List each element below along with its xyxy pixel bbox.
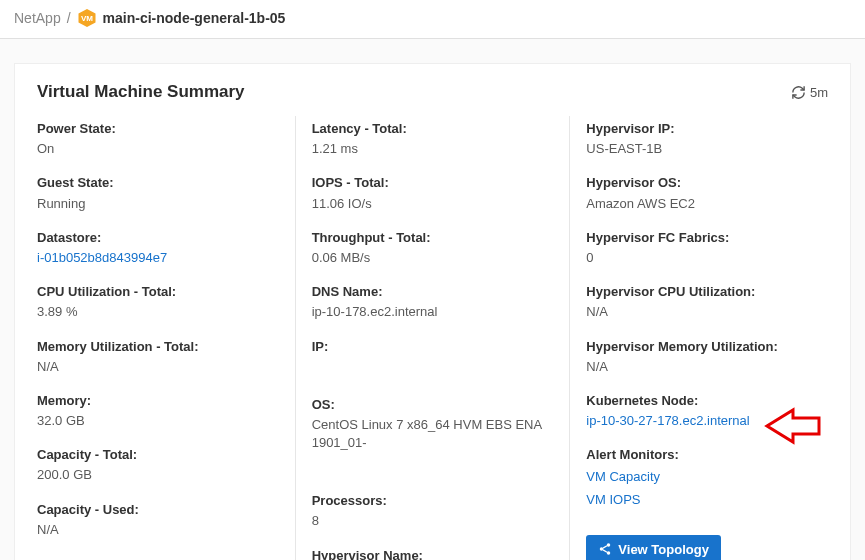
- col2-field: Hypervisor Name:us-east-1b: [312, 547, 554, 560]
- refresh-control[interactable]: 5m: [791, 85, 828, 100]
- field-label: Processors:: [312, 492, 554, 510]
- field-label: Power State:: [37, 120, 279, 138]
- col3-field: Hypervisor CPU Utilization:N/A: [586, 283, 828, 321]
- field-label: Hypervisor OS:: [586, 174, 828, 192]
- view-topology-button[interactable]: View Topology: [586, 535, 721, 560]
- col1-field: Capacity - Total:200.0 GB: [37, 446, 279, 484]
- field-value: CentOS Linux 7 x86_64 HVM EBS ENA 1901_0…: [312, 416, 554, 452]
- field-label: Hypervisor CPU Utilization:: [586, 283, 828, 301]
- field-value: N/A: [37, 358, 279, 376]
- field-label: Hypervisor Name:: [312, 547, 554, 560]
- breadcrumb-title: main-ci-node-general-1b-05: [103, 10, 286, 26]
- col3-field: Hypervisor OS:Amazon AWS EC2: [586, 174, 828, 212]
- col1-field: Memory Utilization - Total:N/A: [37, 338, 279, 376]
- vm-icon: VM: [77, 8, 97, 28]
- col1-field: Power State:On: [37, 120, 279, 158]
- field-value: On: [37, 140, 279, 158]
- field-label: Guest State:: [37, 174, 279, 192]
- field-value: 200.0 GB: [37, 466, 279, 484]
- field-value: 3.89 %: [37, 303, 279, 321]
- field-value: 0.06 MB/s: [312, 249, 554, 267]
- field-label: Memory:: [37, 392, 279, 410]
- col1-field: CPU Utilization - Total:3.89 %: [37, 283, 279, 321]
- field-value-link[interactable]: ip-10-30-27-178.ec2.internal: [586, 412, 828, 430]
- field-label: Hypervisor IP:: [586, 120, 828, 138]
- col2-field: OS:CentOS Linux 7 x86_64 HVM EBS ENA 190…: [312, 396, 554, 453]
- col2-field: Latency - Total:1.21 ms: [312, 120, 554, 158]
- col3-field: Hypervisor FC Fabrics:0: [586, 229, 828, 267]
- col2-field: DNS Name:ip-10-178.ec2.internal: [312, 283, 554, 321]
- field-label: IP:: [312, 338, 554, 356]
- field-label: OS:: [312, 396, 554, 414]
- col2-field: IOPS - Total:11.06 IO/s: [312, 174, 554, 212]
- summary-col-2: Latency - Total:1.21 msIOPS - Total:11.0…: [295, 116, 570, 560]
- svg-point-3: [600, 548, 604, 552]
- field-label: Datastore:: [37, 229, 279, 247]
- summary-col-3: Hypervisor IP:US-EAST-1BHypervisor OS:Am…: [569, 116, 828, 560]
- field-label: Memory Utilization - Total:: [37, 338, 279, 356]
- summary-col-1: Power State:OnGuest State:RunningDatasto…: [37, 116, 295, 560]
- refresh-interval: 5m: [810, 85, 828, 100]
- breadcrumb-root[interactable]: NetApp: [14, 10, 61, 26]
- vm-summary-panel: Virtual Machine Summary 5m Power State:O…: [14, 63, 851, 560]
- col3-field: Hypervisor IP:US-EAST-1B: [586, 120, 828, 158]
- field-label: Kubernetes Node:: [586, 392, 828, 410]
- panel-title: Virtual Machine Summary: [37, 82, 245, 102]
- svg-point-4: [607, 552, 611, 556]
- field-value: N/A: [586, 358, 828, 376]
- field-value: ip-10-178.ec2.internal: [312, 303, 554, 321]
- field-label: Capacity - Used:: [37, 501, 279, 519]
- field-label: Hypervisor FC Fabrics:: [586, 229, 828, 247]
- col2-field: Processors:8: [312, 492, 554, 530]
- field-label: DNS Name:: [312, 283, 554, 301]
- col1-field: Memory:32.0 GB: [37, 392, 279, 430]
- field-label: Latency - Total:: [312, 120, 554, 138]
- field-label: Capacity - Total:: [37, 446, 279, 464]
- share-icon: [598, 542, 612, 556]
- col1-field: Capacity - Used:N/A: [37, 501, 279, 539]
- field-value: 0: [586, 249, 828, 267]
- panel-header: Virtual Machine Summary 5m: [37, 82, 828, 102]
- alert-monitors-field: Alert Monitors:VM CapacityVM IOPS: [586, 446, 828, 509]
- refresh-icon[interactable]: [791, 85, 806, 100]
- field-value: 32.0 GB: [37, 412, 279, 430]
- field-value: US-EAST-1B: [586, 140, 828, 158]
- field-value: 11.06 IO/s: [312, 195, 554, 213]
- col2-field: Throughput - Total:0.06 MB/s: [312, 229, 554, 267]
- col3-field: Kubernetes Node:ip-10-30-27-178.ec2.inte…: [586, 392, 828, 430]
- alert-links: VM CapacityVM IOPS: [586, 468, 828, 508]
- col1-field: Datastore:i-01b052b8d843994e7: [37, 229, 279, 267]
- field-label: Throughput - Total:: [312, 229, 554, 247]
- field-value: 1.21 ms: [312, 140, 554, 158]
- field-value: 8: [312, 512, 554, 530]
- col2-field: IP:: [312, 338, 554, 356]
- field-value: N/A: [37, 521, 279, 539]
- breadcrumb: NetApp / VM main-ci-node-general-1b-05: [0, 0, 865, 39]
- field-label: Hypervisor Memory Utilization:: [586, 338, 828, 356]
- field-value: N/A: [586, 303, 828, 321]
- breadcrumb-separator: /: [67, 10, 71, 26]
- button-label: View Topology: [618, 542, 709, 557]
- summary-columns: Power State:OnGuest State:RunningDatasto…: [37, 116, 828, 560]
- col1-field: Guest State:Running: [37, 174, 279, 212]
- field-label: IOPS - Total:: [312, 174, 554, 192]
- alert-link[interactable]: VM IOPS: [586, 491, 828, 509]
- field-value: Running: [37, 195, 279, 213]
- field-label: Alert Monitors:: [586, 446, 828, 464]
- alert-link[interactable]: VM Capacity: [586, 468, 828, 486]
- field-label: CPU Utilization - Total:: [37, 283, 279, 301]
- svg-text:VM: VM: [81, 14, 93, 23]
- field-value: Amazon AWS EC2: [586, 195, 828, 213]
- svg-point-2: [607, 543, 611, 547]
- field-value-link[interactable]: i-01b052b8d843994e7: [37, 249, 279, 267]
- col3-field: Hypervisor Memory Utilization:N/A: [586, 338, 828, 376]
